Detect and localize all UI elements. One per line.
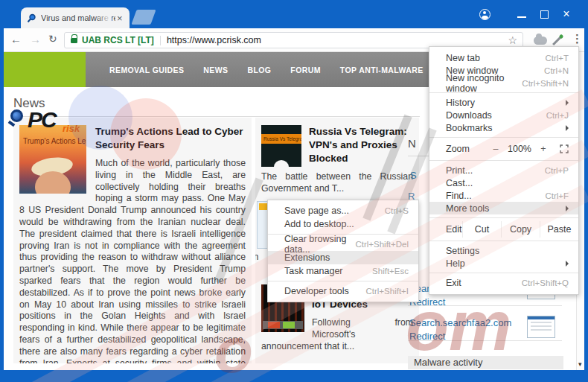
- zoom-in-button[interactable]: +: [534, 144, 552, 154]
- fullscreen-button[interactable]: [560, 144, 569, 153]
- url-separator: [160, 36, 161, 45]
- menu-item-bookmarks[interactable]: Bookmarks: [429, 121, 578, 134]
- thumbnail-face-shape: [35, 171, 71, 194]
- nav-blog[interactable]: BLOG: [247, 66, 271, 74]
- edit-paste-button[interactable]: Paste: [540, 221, 578, 238]
- article-trump-thumbnail[interactable]: Trump's Actions Le: [19, 125, 86, 194]
- security-label[interactable]: UAB RCS LT [LT]: [82, 35, 154, 45]
- menu-shortcut: Ctrl+Shift+Q: [522, 278, 569, 287]
- reload-button[interactable]: ↻: [48, 33, 57, 45]
- menu-shortcut: Ctrl+Shift+Del: [355, 240, 409, 249]
- extension-wand-icon[interactable]: [552, 36, 561, 45]
- new-tab-button[interactable]: [131, 10, 156, 25]
- submenu-item-developer-tools[interactable]: Developer tools Ctrl+Shift+I: [268, 284, 418, 298]
- article-russia-body: The battle between the Russian Governmen…: [261, 171, 413, 195]
- zoom-out-button[interactable]: –: [487, 144, 505, 154]
- mini-line: [531, 322, 552, 323]
- menu-item-find[interactable]: Find... Ctrl+F: [429, 189, 578, 202]
- menu-item-more-tools[interactable]: More tools: [429, 202, 578, 214]
- menu-item-downloads[interactable]: Downloads Ctrl+J: [429, 109, 578, 121]
- submenu-item-clear-browsing-data[interactable]: Clear browsing data... Ctrl+Shift+Del: [268, 238, 418, 251]
- article-text-fragment: m: [255, 252, 258, 262]
- edit-copy-button[interactable]: Copy: [501, 221, 540, 238]
- pcrisk-favicon-magnifier-icon: [27, 13, 36, 23]
- submenu-arrow-icon: [566, 261, 569, 267]
- submenu-item-add-to-desktop[interactable]: Add to desktop...: [268, 217, 418, 231]
- back-button[interactable]: ←: [10, 33, 22, 45]
- window-frame-right: [584, 28, 588, 370]
- menu-item-new-incognito-window[interactable]: New incognito window Ctrl+Shift+N: [429, 77, 578, 89]
- nav-top-anti-malware[interactable]: TOP ANTI-MALWARE: [340, 66, 424, 74]
- sidebar-divider: [408, 340, 562, 341]
- browser-menu-button[interactable]: ⋮: [572, 32, 583, 45]
- logo-risk-text: risk: [63, 123, 80, 134]
- forward-button[interactable]: →: [30, 33, 41, 45]
- article-trump[interactable]: Trump's Actions Le Trump's Actions Lead …: [13, 118, 252, 363]
- menu-label: More tools: [446, 203, 489, 214]
- menu-shortcut: Ctrl+F: [545, 191, 569, 200]
- sidebar-link-fragment-s[interactable]: S: [410, 170, 417, 181]
- menu-item-cast[interactable]: Cast...: [429, 176, 578, 189]
- menu-label: Clear browsing data...: [284, 234, 355, 255]
- secure-lock-icon: [71, 38, 77, 43]
- menu-label: New tab: [446, 53, 480, 63]
- zoom-value: 100%: [505, 144, 534, 154]
- nav-news[interactable]: NEWS: [203, 66, 228, 74]
- bookmark-star-icon[interactable]: ☆: [508, 34, 517, 46]
- menu-separator: [429, 217, 578, 218]
- article-russia[interactable]: Russia Vs Telegra Russia Vs Telegram: VP…: [255, 118, 419, 195]
- menu-label: Edit: [446, 221, 462, 238]
- malware-activity-heading[interactable]: Malware activity: [408, 356, 563, 369]
- menu-label: Bookmarks: [446, 123, 493, 133]
- sidebar-link-searchfaa2[interactable]: Search.searchfaa2.com Redirect: [409, 317, 521, 342]
- menu-label: Exit: [446, 278, 461, 288]
- menu-shortcut: Ctrl+N: [544, 66, 569, 75]
- sidebar-thumbnail-2[interactable]: [527, 316, 555, 338]
- article-russia-thumbnail[interactable]: Russia Vs Telegra: [261, 125, 301, 167]
- sidebar-divider: [408, 305, 562, 306]
- menu-shortcut: Ctrl+T: [545, 54, 569, 63]
- menu-item-history[interactable]: History: [429, 96, 578, 109]
- browser-tab[interactable]: Virus and malware remov ×: [21, 7, 130, 28]
- browser-window: Virus and malware remov × × ← → ↻ UAB RC…: [0, 0, 588, 382]
- profile-button[interactable]: [473, 0, 496, 28]
- menu-label: Print...: [446, 165, 473, 176]
- nav-removal-guides[interactable]: REMOVAL GUIDES: [109, 66, 184, 74]
- mini-titlebar: [528, 316, 555, 319]
- pcrisk-logo[interactable]: PC risk: [4, 52, 86, 87]
- menu-label: Save page as...: [284, 206, 349, 216]
- menu-item-new-tab[interactable]: New tab Ctrl+T: [429, 51, 578, 64]
- menu-item-edit: Edit Cut Copy Paste: [429, 221, 578, 238]
- menu-shortcut: Ctrl+S: [385, 206, 409, 215]
- thumbnail-red-block: [268, 322, 280, 328]
- menu-label: Settings: [446, 246, 479, 256]
- menu-separator: [429, 137, 578, 138]
- nav-forum[interactable]: FORUM: [290, 66, 321, 74]
- menu-shortcut: Ctrl+J: [546, 111, 569, 120]
- menu-shortcut: Ctrl+Shift+N: [522, 79, 569, 88]
- url-text[interactable]: https://www.pcrisk.com: [167, 35, 261, 45]
- scroll-down-arrow-icon[interactable]: ▾: [578, 360, 582, 368]
- menu-item-settings[interactable]: Settings: [429, 244, 578, 257]
- tab-close-icon[interactable]: ×: [117, 13, 123, 23]
- menu-separator: [429, 241, 578, 241]
- extension-cloud-icon[interactable]: [534, 36, 547, 45]
- logo-pc-text: PC: [28, 107, 56, 133]
- menu-separator: [429, 273, 578, 273]
- minimize-button[interactable]: [511, 0, 533, 28]
- thumbnail-notch-shape: [274, 160, 289, 167]
- maximize-button[interactable]: [533, 0, 555, 28]
- menu-item-print[interactable]: Print... Ctrl+P: [429, 164, 578, 176]
- close-button[interactable]: ×: [555, 0, 578, 28]
- edit-cut-button[interactable]: Cut: [462, 221, 501, 238]
- menu-label: Cast...: [446, 178, 473, 188]
- submenu-item-task-manager[interactable]: Task manager Shift+Esc: [268, 264, 418, 278]
- menu-label: Help: [446, 258, 465, 269]
- link-title[interactable]: Search.searchfaa2.com: [409, 317, 521, 328]
- menu-item-help[interactable]: Help: [429, 257, 578, 270]
- menu-label: New incognito window: [446, 73, 522, 94]
- menu-item-exit[interactable]: Exit Ctrl+Shift+Q: [429, 276, 578, 289]
- window-titlebar: Virus and malware remov × ×: [0, 0, 588, 28]
- submenu-item-save-page-as[interactable]: Save page as... Ctrl+S: [268, 204, 418, 217]
- mini-line: [531, 329, 552, 331]
